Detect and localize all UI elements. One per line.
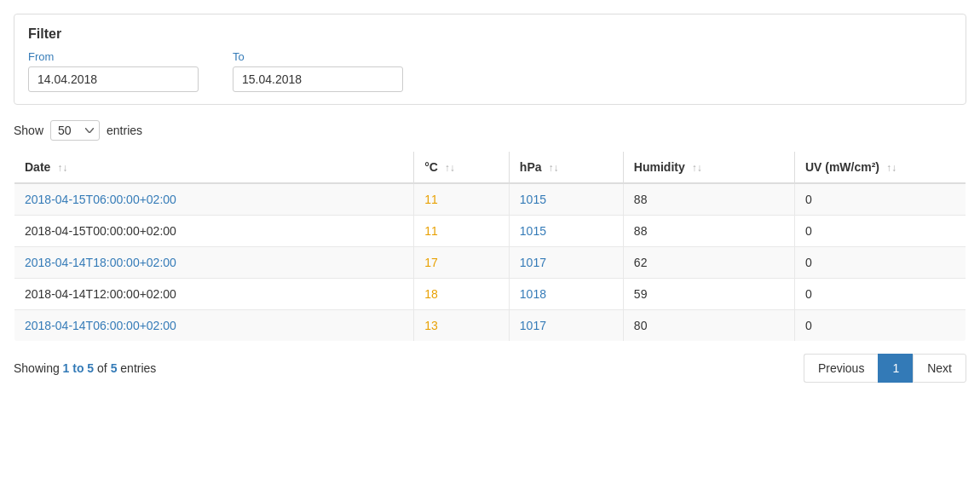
pagination: Previous 1 Next [804, 354, 966, 383]
cell-humidity: 88 [623, 183, 794, 216]
to-date-input[interactable] [233, 66, 403, 92]
cell-uv: 0 [794, 310, 966, 342]
table-footer: Showing 1 to 5 of 5 entries Previous 1 N… [14, 354, 966, 383]
filter-section: Filter From To [14, 14, 966, 105]
cell-humidity: 59 [623, 279, 794, 310]
sort-uv-icon[interactable]: ↑↓ [886, 162, 896, 174]
cell-uv: 0 [794, 183, 966, 216]
cell-humidity: 80 [623, 310, 794, 342]
cell-uv: 0 [794, 216, 966, 247]
table-row: 2018-04-15T06:00:00+02:00 11 1015 88 0 [14, 183, 966, 216]
sort-date-icon[interactable]: ↑↓ [57, 162, 67, 174]
cell-date: 2018-04-15T00:00:00+02:00 [14, 216, 414, 247]
cell-humidity: 88 [623, 216, 794, 247]
cell-temp: 11 [414, 183, 510, 216]
col-temp[interactable]: °C ↑↓ [414, 152, 510, 184]
sort-humidity-icon[interactable]: ↑↓ [692, 162, 702, 174]
data-table: Date ↑↓ °C ↑↓ hPa ↑↓ Humidity ↑↓ UV (mW/… [14, 151, 966, 342]
col-humidity-label: Humidity [634, 160, 685, 174]
cell-humidity: 62 [623, 247, 794, 279]
showing-range: 1 to 5 [63, 361, 95, 375]
table-row: 2018-04-14T12:00:00+02:00 18 1018 59 0 [14, 279, 966, 310]
cell-uv: 0 [794, 247, 966, 279]
show-label: Show [14, 124, 43, 137]
entries-suffix: entries [107, 124, 142, 137]
cell-hpa: 1017 [509, 310, 623, 342]
col-uv[interactable]: UV (mW/cm²) ↑↓ [794, 152, 966, 184]
previous-button[interactable]: Previous [804, 354, 878, 383]
table-row: 2018-04-15T00:00:00+02:00 11 1015 88 0 [14, 216, 966, 247]
cell-date: 2018-04-14T12:00:00+02:00 [14, 279, 414, 310]
cell-temp: 11 [414, 216, 510, 247]
page-1-button[interactable]: 1 [878, 354, 913, 383]
entries-select[interactable]: 10 25 50 100 [50, 120, 100, 141]
col-temp-label: °C [424, 160, 438, 174]
from-date-input[interactable] [28, 66, 199, 92]
col-date[interactable]: Date ↑↓ [14, 152, 414, 184]
table-row: 2018-04-14T06:00:00+02:00 13 1017 80 0 [14, 310, 966, 342]
table-row: 2018-04-14T18:00:00+02:00 17 1017 62 0 [14, 247, 966, 279]
cell-date: 2018-04-14T06:00:00+02:00 [14, 310, 414, 342]
table-header-row: Date ↑↓ °C ↑↓ hPa ↑↓ Humidity ↑↓ UV (mW/… [14, 152, 966, 184]
showing-text: Showing 1 to 5 of 5 entries [14, 361, 156, 375]
sort-temp-icon[interactable]: ↑↓ [445, 162, 455, 174]
from-label: From [28, 50, 199, 63]
next-button[interactable]: Next [913, 354, 966, 383]
cell-uv: 0 [794, 279, 966, 310]
showing-total: 5 [111, 361, 118, 375]
cell-temp: 17 [414, 247, 510, 279]
cell-date: 2018-04-14T18:00:00+02:00 [14, 247, 414, 279]
col-hpa-label: hPa [520, 160, 542, 174]
cell-hpa: 1015 [509, 183, 623, 216]
col-hpa[interactable]: hPa ↑↓ [509, 152, 623, 184]
col-humidity[interactable]: Humidity ↑↓ [623, 152, 794, 184]
cell-temp: 13 [414, 310, 510, 342]
sort-hpa-icon[interactable]: ↑↓ [548, 162, 558, 174]
cell-date: 2018-04-15T06:00:00+02:00 [14, 183, 414, 216]
cell-temp: 18 [414, 279, 510, 310]
from-field: From [28, 50, 199, 92]
cell-hpa: 1017 [509, 247, 623, 279]
filter-row: From To [28, 50, 952, 92]
show-entries-row: Show 10 25 50 100 entries [14, 120, 966, 141]
col-date-label: Date [25, 160, 50, 174]
cell-hpa: 1015 [509, 216, 623, 247]
col-uv-label: UV (mW/cm²) [805, 160, 879, 174]
cell-hpa: 1018 [509, 279, 623, 310]
to-field: To [233, 50, 403, 92]
filter-title: Filter [28, 26, 952, 42]
to-label: To [233, 50, 403, 63]
